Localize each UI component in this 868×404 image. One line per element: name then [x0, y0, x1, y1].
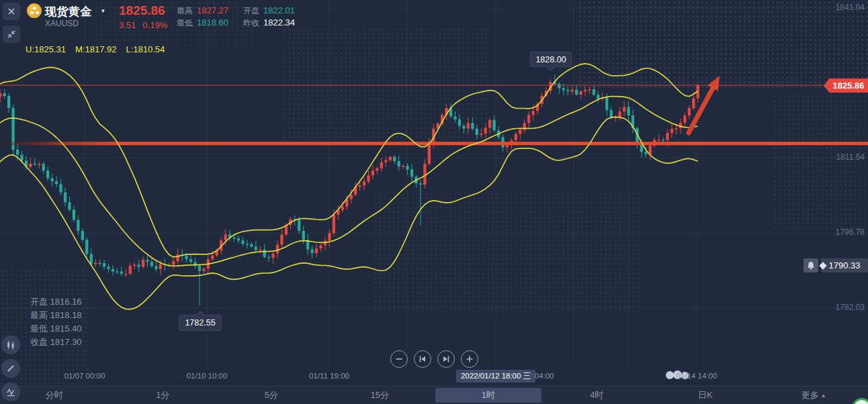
boll-lower: L:1810.54: [126, 44, 165, 54]
time-axis-label: 04:00: [535, 372, 554, 380]
tab-日K[interactable]: 日K: [652, 388, 758, 403]
candle-body: [146, 260, 148, 262]
candle-body: [129, 266, 132, 274]
draw-tool-button[interactable]: [1, 359, 20, 378]
candle-body: [315, 248, 318, 253]
collapse-button[interactable]: [3, 26, 20, 43]
candle-body: [471, 123, 474, 128]
candle-body: [255, 247, 257, 250]
candle-body: [81, 231, 84, 240]
candle-body: [124, 274, 127, 274]
symbol-name-dropdown[interactable]: 现货黄金: [45, 4, 92, 19]
candle-body: [302, 231, 305, 240]
chevron-down-icon[interactable]: ▾: [101, 7, 105, 14]
candle-body: [670, 129, 673, 133]
zoom-in-button[interactable]: [461, 350, 478, 368]
tab-15分[interactable]: 15分: [327, 388, 433, 403]
ohlc-row: 开盘 1816.16: [30, 295, 82, 309]
candle-body: [59, 184, 62, 193]
candle-body: [532, 111, 535, 115]
candle-body: [319, 246, 322, 248]
candle-body: [16, 150, 19, 155]
candle-body: [150, 262, 153, 266]
candle-body: [29, 164, 32, 167]
candle-body: [241, 241, 244, 244]
candle-body: [68, 202, 71, 209]
candle-body: [398, 161, 400, 166]
candle-body: [341, 207, 344, 210]
candle-body: [605, 97, 608, 110]
indicator-button[interactable]: [1, 383, 20, 401]
boll-upper: U:1825.31: [26, 44, 66, 54]
candle-body: [133, 265, 136, 266]
candle-body: [476, 129, 478, 135]
candle-body: [584, 90, 587, 91]
boll-lower-band: [0, 117, 698, 309]
candle-body: [250, 244, 253, 247]
crosshair-time-label: 2022/01/12 18:00 三: [456, 370, 535, 383]
candle-body: [428, 142, 431, 164]
candle-body: [666, 133, 668, 140]
candle-body: [98, 263, 101, 264]
chart-type-button[interactable]: [1, 336, 20, 354]
candle-body: [64, 193, 67, 203]
candle-body: [593, 89, 595, 95]
candle-body: [453, 117, 456, 119]
candle-body: [619, 111, 621, 117]
candle-body: [112, 269, 114, 272]
low-marker: 1782.55: [179, 315, 222, 331]
candle-body: [259, 250, 261, 250]
candle-body: [263, 250, 266, 257]
candle-body: [232, 238, 235, 238]
candle-body: [579, 91, 582, 95]
candle-body: [333, 215, 335, 233]
candle-body: [198, 266, 201, 271]
symbol-header: 现货黄金 ▾ XAUUSD 1825.86 3.510.19% 最高1827.2…: [0, 0, 417, 60]
candle-body: [271, 254, 274, 258]
current-price-tag: 1825.86: [824, 79, 868, 93]
drawn-support-line[interactable]: [0, 142, 868, 145]
price-alert[interactable]: 1790.33: [804, 258, 868, 272]
tab-5分[interactable]: 5分: [218, 388, 324, 403]
close-button[interactable]: [3, 3, 20, 20]
candle-body: [644, 152, 647, 154]
change-percent: 0.19%: [142, 20, 167, 30]
jump-start-icon: [417, 354, 428, 364]
tab-1时[interactable]: 1时: [435, 388, 541, 403]
jump-start-button[interactable]: [414, 350, 431, 368]
candle-body: [298, 219, 300, 231]
candle-body: [237, 238, 240, 240]
candle-body: [484, 128, 487, 134]
candle-body: [597, 95, 599, 99]
candle-body: [177, 254, 179, 261]
time-axis-label: 01/14 14:00: [677, 372, 718, 380]
candle-body: [107, 266, 110, 269]
candle-body: [138, 265, 140, 267]
candle-body: [142, 260, 144, 266]
zoom-out-button[interactable]: [390, 350, 408, 368]
candle-body: [458, 119, 461, 126]
candle-body: [85, 240, 88, 254]
candle-type-icon: [5, 339, 17, 351]
last-price: 1825.86: [119, 3, 165, 18]
candle-body: [658, 140, 660, 140]
boll-middle-band: [0, 97, 698, 266]
alert-price: 1790.33: [821, 258, 868, 272]
hover-ohlc-panel: 开盘 1816.16最高 1818.18最低 1815.40收盘 1817.30: [30, 295, 82, 349]
candle-body: [224, 234, 227, 240]
tab-更多[interactable]: 更多▲: [761, 388, 867, 403]
time-axis-label: 01/10 10:00: [187, 372, 228, 380]
candle-body: [311, 250, 314, 254]
candle-body: [372, 170, 374, 175]
bell-icon[interactable]: [804, 258, 818, 272]
candle-body: [575, 90, 578, 95]
indicator-wave-icon: [5, 386, 17, 398]
tab-4时[interactable]: 4时: [544, 388, 650, 403]
candle-body: [488, 120, 491, 128]
price-axis-label: 1796.78: [836, 228, 865, 237]
candle-body: [519, 130, 521, 134]
ohlc-row: 最高 1818.18: [30, 309, 82, 322]
tab-1分[interactable]: 1分: [110, 388, 216, 403]
jump-end-button[interactable]: [437, 350, 455, 368]
candle-body: [683, 115, 686, 123]
